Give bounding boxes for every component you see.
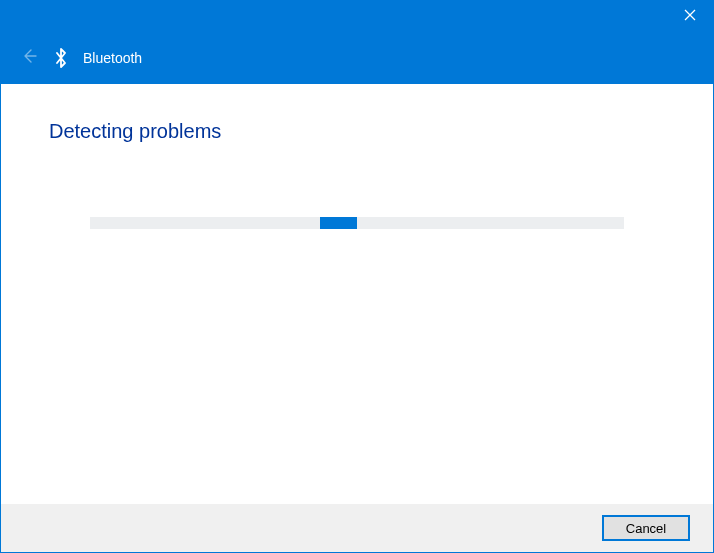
content-area: Detecting problems (1, 84, 713, 229)
close-button[interactable] (667, 1, 713, 31)
troubleshooter-title: Bluetooth (83, 50, 142, 66)
footer-bar: Cancel (1, 504, 713, 552)
cancel-button[interactable]: Cancel (603, 516, 689, 540)
page-heading: Detecting problems (49, 120, 665, 143)
titlebar: Bluetooth (1, 1, 713, 84)
close-icon (684, 7, 696, 25)
progress-fill (320, 217, 357, 229)
back-arrow-icon (21, 48, 37, 68)
bluetooth-icon (53, 47, 69, 69)
progress-bar (90, 217, 624, 229)
back-button (19, 48, 39, 68)
